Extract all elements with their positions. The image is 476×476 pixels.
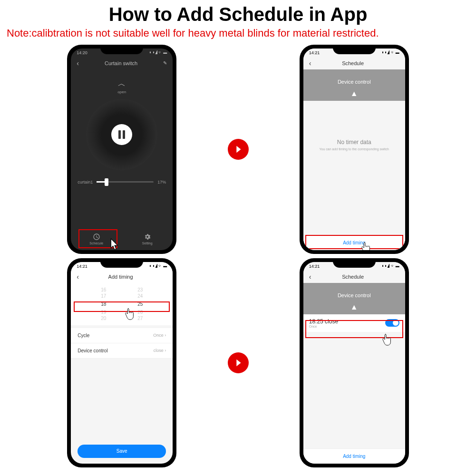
phone-step-2: 14:21 ▮ ▮ ◢ ᯤ ▬ ‹ Schedule Device contro…: [300, 45, 409, 254]
section-title: Device control: [303, 69, 405, 89]
device-control-label: Device control: [78, 348, 107, 353]
notch: [333, 258, 376, 268]
open-label: open: [117, 90, 126, 94]
arrow-right-icon: [228, 139, 249, 160]
timing-cycle-label: Once: [309, 325, 338, 328]
tab-setting[interactable]: Setting: [122, 228, 173, 250]
section-title: Device control: [303, 283, 405, 303]
empty-title: No timer data: [303, 139, 405, 146]
percentage-slider[interactable]: [97, 181, 154, 183]
add-timing-button[interactable]: Add timing: [303, 448, 405, 464]
add-timing-button[interactable]: Add timing: [303, 235, 405, 250]
status-icons: ▮ ▮ ◢ ᯤ ▬: [382, 50, 399, 55]
slider-label: curtain1: [78, 180, 93, 185]
empty-subtitle: You can add timing to the corresponding …: [303, 147, 405, 151]
notch: [100, 45, 143, 54]
status-icons: ▮ ▮ ◢ ᯤ ▬: [149, 264, 167, 268]
save-button[interactable]: Save: [78, 445, 166, 458]
notch: [333, 45, 376, 54]
slider-value: 17%: [157, 180, 166, 185]
phone-step-3: 14:21 ▮ ▮ ◢ ᯤ ▬ ‹ Add timing 1623 1724 1…: [67, 258, 176, 467]
screen-title: Add timing: [79, 274, 162, 280]
device-control-row[interactable]: Device control close ›: [71, 343, 173, 359]
status-time: 14:21: [77, 264, 87, 269]
arrow-right-icon: [228, 352, 249, 373]
notch: [100, 258, 143, 268]
status-icons: ▮ ▮ ◢ ᯤ ▬: [149, 50, 167, 55]
cycle-label: Cycle: [78, 333, 89, 338]
timing-time-label: 18:25 close: [309, 318, 338, 325]
note-text: Note:calibtration is not suitable well f…: [0, 27, 476, 39]
phone-step-4: 14:21 ▮ ▮ ◢ ᯤ ▬ ‹ Schedule Device contro…: [300, 258, 409, 467]
expand-up-icon[interactable]: ▲: [303, 89, 405, 101]
status-time: 14:21: [309, 264, 320, 269]
timing-item[interactable]: 18:25 close Once: [303, 314, 405, 332]
screen-title: Schedule: [311, 60, 394, 66]
timing-toggle[interactable]: [385, 319, 399, 327]
pause-button[interactable]: [111, 124, 132, 145]
phone-step-1: 14:20 ▮ ▮ ◢ ᯤ ▬ ‹ Curtain switch ✎ ︿ ope…: [67, 45, 176, 254]
status-time: 14:21: [309, 50, 320, 55]
tab-setting-label: Setting: [142, 242, 153, 245]
chevron-up-icon[interactable]: ︿: [118, 79, 126, 89]
screen-title: Schedule: [311, 274, 394, 280]
tab-schedule-label: Schecule: [89, 242, 103, 245]
control-ring: [86, 99, 157, 170]
status-icons: ▮ ▮ ◢ ᯤ ▬: [382, 264, 399, 268]
page-title: How to Add Schedule in App: [0, 4, 476, 25]
tab-schedule[interactable]: Schecule: [71, 228, 122, 250]
expand-up-icon[interactable]: ▲: [303, 303, 405, 314]
screen-title: Curtain switch: [79, 60, 163, 66]
time-picker[interactable]: 1623 1724 1825 1926 2027: [71, 283, 173, 325]
edit-icon[interactable]: ✎: [163, 60, 167, 66]
cycle-row[interactable]: Cycle Once ›: [71, 328, 173, 343]
status-time: 14:20: [77, 50, 87, 55]
